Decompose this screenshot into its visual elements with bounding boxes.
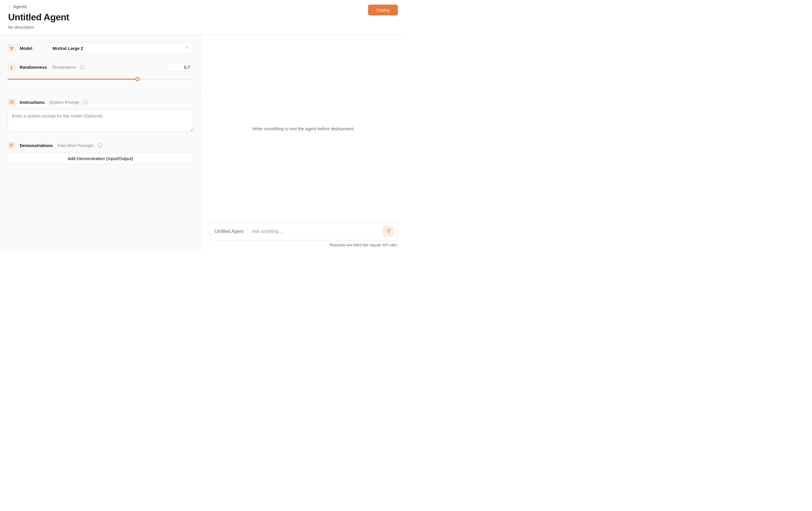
- page-subtitle: No description: [8, 25, 398, 30]
- billing-note: Requests are billed like regular API cal…: [209, 243, 398, 247]
- send-button[interactable]: [382, 226, 394, 237]
- demonstrations-icon: [7, 141, 16, 149]
- playground-panel: Write something to test the agent before…: [201, 34, 406, 251]
- temperature-input[interactable]: [167, 63, 193, 72]
- chevron-down-icon: [185, 46, 189, 51]
- breadcrumb[interactable]: Agents: [8, 4, 398, 9]
- instructions-sublabel: System Prompt: [49, 100, 79, 105]
- model-label: Model: [20, 46, 32, 51]
- add-demonstration-button[interactable]: Add Demonstration (Input/Output): [7, 153, 193, 164]
- chat-input[interactable]: [252, 229, 378, 234]
- config-panel: Model Mistral Large 2 Randomness Tempera…: [0, 34, 201, 251]
- breadcrumb-label: Agents: [13, 4, 27, 9]
- randomness-sublabel: Temperature: [52, 65, 76, 69]
- temperature-icon: [7, 63, 16, 72]
- section-divider: [0, 90, 201, 90]
- model-icon: [7, 45, 16, 53]
- svg-rect-4: [10, 101, 13, 103]
- page-title: Untitled Agent: [8, 12, 398, 23]
- system-prompt-input[interactable]: [7, 110, 193, 132]
- model-select[interactable]: Mistral Large 2: [48, 42, 193, 54]
- instructions-label: Instructions: [20, 100, 45, 105]
- send-icon: [386, 229, 391, 235]
- info-icon[interactable]: i: [97, 143, 102, 148]
- chat-input-box: Untitled Agent: [209, 222, 398, 240]
- playground-placeholder: Write something to test the agent before…: [252, 126, 354, 131]
- info-icon[interactable]: i: [83, 100, 88, 105]
- model-selected-value: Mistral Large 2: [53, 46, 83, 51]
- temperature-slider[interactable]: [7, 77, 193, 82]
- demonstrations-label: Demonstrations: [20, 143, 53, 148]
- randomness-label: Randomness: [20, 65, 47, 69]
- demonstrations-sublabel: Few-Shot Prompts: [57, 143, 93, 148]
- deploy-button[interactable]: Deploy: [368, 5, 398, 16]
- chat-agent-name: Untitled Agent: [214, 229, 248, 234]
- instructions-icon: [7, 98, 16, 106]
- chevron-left-icon: [8, 5, 11, 9]
- info-icon[interactable]: i: [80, 65, 85, 69]
- svg-point-3: [11, 67, 12, 69]
